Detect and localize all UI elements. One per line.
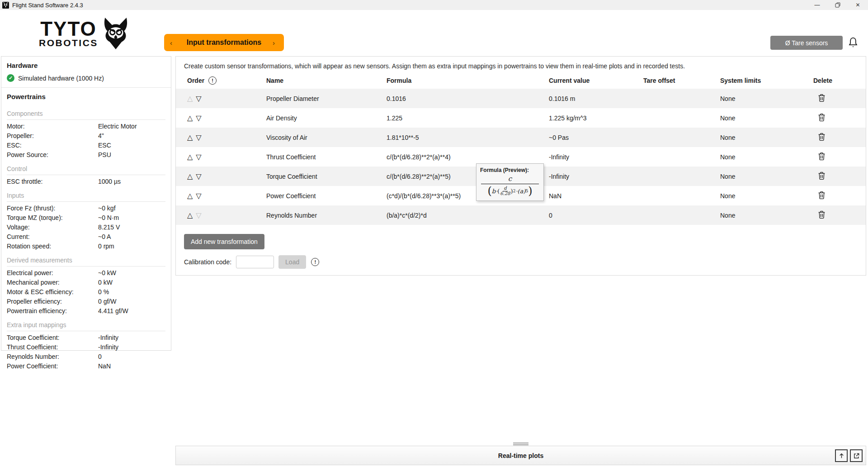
- real-time-plots-bar[interactable]: Real-time plots: [175, 446, 866, 465]
- load-button[interactable]: Load: [278, 255, 306, 269]
- tare-sensors-button[interactable]: Ø Tare sensors: [770, 36, 843, 50]
- divider: [7, 201, 165, 202]
- logo-text-tyto: TYTO: [39, 19, 98, 39]
- cell-system-limits: None: [720, 212, 813, 219]
- notifications-bell-icon[interactable]: [847, 36, 859, 49]
- row-label: Voltage:: [7, 224, 98, 231]
- move-down-icon[interactable]: ▽: [196, 114, 201, 122]
- row-value: -Infinity: [98, 334, 165, 342]
- column-header-formula: Formula: [387, 77, 549, 84]
- trash-icon[interactable]: [818, 152, 826, 161]
- app-owl-icon: [2, 2, 9, 9]
- formula-fraction: c (b·(d6.28)2·(a)5): [480, 175, 540, 196]
- section-title-inputs: Inputs: [1, 186, 171, 201]
- section-title-derived: Derived measurements: [1, 251, 171, 266]
- sidebar-row-propeller-efficiency: Propeller efficiency:0 gf/W: [1, 297, 171, 306]
- cell-formula: 1.81*10**-5: [387, 134, 549, 141]
- trash-icon[interactable]: [818, 113, 826, 122]
- cell-current-value: NaN: [549, 192, 643, 200]
- sidebar-row-powertrain-efficiency: Powertrain efficiency:4.411 gf/W: [1, 306, 171, 316]
- cell-current-value: ~0 Pas: [549, 134, 643, 141]
- formula-denominator: (b·(d6.28)2·(a)5): [480, 186, 540, 196]
- app-header: TYTO ROBOTICS ‹ Input transformations › …: [0, 10, 868, 56]
- close-button[interactable]: ✕: [848, 0, 868, 10]
- row-label: Power Coefficient:: [7, 362, 98, 370]
- trash-icon[interactable]: [818, 191, 826, 200]
- cell-current-value: 0: [549, 212, 643, 219]
- sidebar-row-reynolds-number: Reynolds Number:0: [1, 352, 171, 362]
- cell-name: Air Density: [266, 114, 387, 122]
- move-down-icon[interactable]: ▽: [196, 211, 201, 219]
- sidebar-row-power-source: Power Source:PSU: [1, 150, 171, 160]
- page-description: Create custom sensor transformations, wh…: [176, 57, 866, 72]
- sidebar-row-propeller: Propeller:4": [1, 131, 171, 141]
- cell-current-value: 1.225 kg/m^3: [549, 114, 643, 122]
- divider: [7, 119, 165, 120]
- row-label: Force Fz (thrust):: [7, 205, 98, 212]
- header-order-label: Order: [187, 77, 204, 84]
- cell-system-limits: None: [720, 192, 813, 200]
- check-circle-icon: ✓: [7, 74, 14, 82]
- cell-system-limits: None: [720, 95, 813, 102]
- trash-icon[interactable]: [818, 210, 826, 219]
- formula-numerator: c: [480, 175, 540, 184]
- sidebar-row-motor-esc-efficiency: Motor & ESC efficiency:0 %: [1, 287, 171, 297]
- expand-up-button[interactable]: [835, 449, 848, 462]
- column-header-current-value: Current value: [549, 77, 643, 84]
- row-label: Motor:: [7, 123, 98, 130]
- sidebar-row-electrical-power: Electrical power:~0 kW: [1, 268, 171, 278]
- row-label: Thrust Coefficient:: [7, 343, 98, 351]
- nav-pill-input-transformations[interactable]: ‹ Input transformations ›: [164, 34, 284, 51]
- cell-name: Viscosity of Air: [266, 134, 387, 141]
- trash-icon[interactable]: [818, 172, 826, 180]
- window-title: Flight Stand Software 2.4.3: [12, 2, 83, 9]
- add-new-transformation-button[interactable]: Add new transformation: [184, 234, 264, 249]
- move-up-icon[interactable]: △: [187, 133, 193, 141]
- move-down-icon[interactable]: ▽: [196, 172, 201, 180]
- nav-next-icon[interactable]: ›: [273, 39, 278, 47]
- row-label: Motor & ESC efficiency:: [7, 288, 98, 296]
- order-info-icon[interactable]: !: [208, 76, 217, 85]
- move-up-icon[interactable]: △: [187, 172, 193, 180]
- calibration-info-icon[interactable]: !: [311, 258, 319, 266]
- calibration-code-input[interactable]: [236, 256, 274, 268]
- cell-system-limits: None: [720, 114, 813, 122]
- move-down-icon[interactable]: ▽: [196, 95, 201, 102]
- resize-grabber[interactable]: [513, 443, 528, 445]
- open-in-new-window-button[interactable]: [850, 449, 863, 462]
- table-row: △▽ Air Density 1.225 1.225 kg/m^3 None: [176, 108, 866, 128]
- move-up-icon[interactable]: △: [187, 153, 193, 161]
- paren: (: [487, 186, 491, 196]
- nav-prev-icon[interactable]: ‹: [170, 39, 175, 47]
- move-up-icon[interactable]: △: [187, 114, 193, 122]
- row-label: Electrical power:: [7, 269, 98, 277]
- var-b: b: [492, 188, 495, 195]
- minimize-button[interactable]: —: [807, 0, 827, 10]
- move-down-icon[interactable]: ▽: [196, 192, 201, 200]
- row-value: -Infinity: [98, 343, 165, 351]
- real-time-plots-title: Real-time plots: [498, 452, 543, 459]
- move-down-icon[interactable]: ▽: [196, 153, 201, 161]
- trash-icon[interactable]: [818, 133, 826, 141]
- sidebar-powertrains-title: Powertrains: [1, 88, 171, 105]
- move-down-icon[interactable]: ▽: [196, 133, 201, 141]
- cell-formula: (b/a)*c*(d/2)*d: [387, 212, 549, 219]
- sidebar-row-esc: ESC:ESC: [1, 141, 171, 150]
- move-up-icon[interactable]: △: [187, 192, 193, 200]
- trash-icon[interactable]: [818, 94, 826, 102]
- cell-name: Reynolds Number: [266, 212, 387, 219]
- row-value: ~0 kW: [98, 269, 165, 277]
- sidebar-row-motor: Motor:Electric Motor: [1, 122, 171, 131]
- row-label: ESC throttle:: [7, 178, 98, 186]
- calibration-row: Calibration code: Load !: [184, 255, 866, 269]
- row-label: ESC:: [7, 142, 98, 149]
- row-label: Mechanical power:: [7, 279, 98, 286]
- app-window: Flight Stand Software 2.4.3 — ✕ TYTO ROB…: [0, 0, 868, 467]
- const-628: 6.28: [500, 191, 510, 196]
- fraction-bar: [481, 184, 539, 184]
- maximize-button[interactable]: [827, 0, 848, 10]
- move-up-icon[interactable]: △: [187, 95, 193, 102]
- move-up-icon[interactable]: △: [187, 211, 193, 219]
- section-title-extra-mappings: Extra input mappings: [1, 316, 171, 331]
- table-header-row: Order ! Name Formula Current value Tare …: [176, 72, 866, 89]
